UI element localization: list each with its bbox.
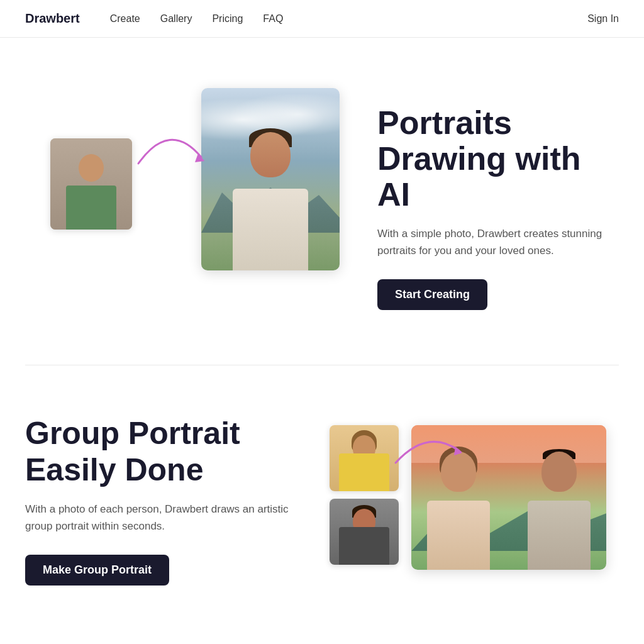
group-photo-man [330,499,399,565]
hero-text: Portraits Drawing with AI With a simple … [377,105,606,311]
nav-link-pricing[interactable]: Pricing [212,13,243,25]
group-photo-woman [330,425,399,491]
nav-link-create[interactable]: Create [110,13,140,25]
hero-photo-portrait [201,88,340,270]
hero-section: Portraits Drawing with AI With a simple … [0,38,644,365]
group-title: Group Portrait Easily Done [25,416,292,488]
navbar: Drawbert Create Gallery Pricing FAQ Sign… [0,0,644,38]
nav-links: Create Gallery Pricing FAQ [110,13,284,25]
group-text: Group Portrait Easily Done With a photo … [25,416,292,586]
make-group-portrait-button[interactable]: Make Group Portrait [25,555,169,586]
svg-marker-1 [454,447,462,455]
hero-photo-original [50,138,132,230]
nav-link-faq[interactable]: FAQ [263,13,283,25]
hero-title: Portraits Drawing with AI [377,105,606,213]
arrow-icon [132,126,208,179]
group-arrow-icon [392,431,462,472]
group-subtitle: With a photo of each person, Drawbert dr… [25,501,292,535]
start-creating-button[interactable]: Start Creating [377,279,487,310]
nav-link-gallery[interactable]: Gallery [160,13,192,25]
group-input-photos [330,425,399,565]
hero-visuals [38,88,340,327]
nav-logo[interactable]: Drawbert [25,11,80,26]
group-visuals [330,425,606,576]
group-section: Group Portrait Easily Done With a photo … [0,365,644,636]
hero-subtitle: With a simple photo, Drawbert creates st… [377,225,606,259]
sign-in-link[interactable]: Sign In [587,13,619,25]
